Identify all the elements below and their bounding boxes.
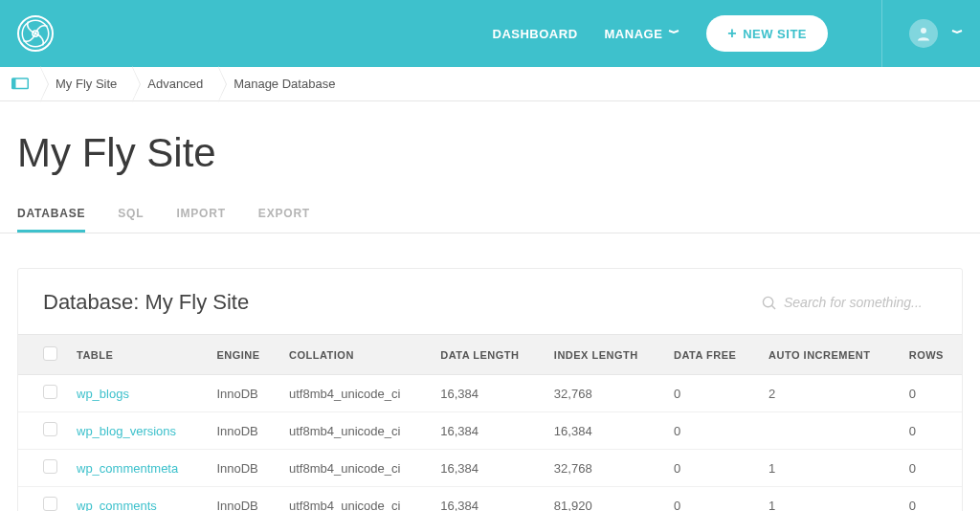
page-title: My Fly Site [0,101,980,199]
top-header: DASHBOARD MANAGE + NEW SITE [0,0,980,67]
nav-dashboard[interactable]: DASHBOARD [493,27,578,41]
cell-collation: utf8mb4_unicode_ci [279,412,431,450]
search-input[interactable] [784,295,937,310]
cell-engine: InnoDB [207,450,279,487]
cell-data-length: 16,384 [431,412,545,450]
tables-table: TABLE ENGINE COLLATION DATA LENGTH INDEX… [18,334,962,511]
cell-index-length: 32,768 [545,375,664,412]
cell-data-length: 16,384 [431,450,545,487]
cell-index-length: 16,384 [545,412,664,450]
cell-engine: InnoDB [207,487,279,512]
table-name-link[interactable]: wp_commentmeta [77,461,178,476]
svg-point-2 [921,28,926,33]
col-rows[interactable]: ROWS [900,335,962,375]
svg-rect-4 [12,78,16,89]
chevron-down-icon [668,30,679,37]
tab-export[interactable]: EXPORT [258,199,310,233]
svg-line-6 [771,305,775,309]
cell-rows: 0 [900,487,962,512]
cell-collation: utf8mb4_unicode_ci [279,450,431,487]
row-checkbox[interactable] [43,497,57,511]
svg-point-5 [763,297,772,306]
cell-engine: InnoDB [207,375,279,412]
cell-data-length: 16,384 [431,487,545,512]
cell-rows: 0 [900,450,962,487]
tabs: DATABASE SQL IMPORT EXPORT [0,199,980,233]
breadcrumb: My Fly Site Advanced Manage Database [0,67,980,101]
cell-auto-increment: 2 [759,375,900,412]
cell-data-free: 0 [664,375,759,412]
breadcrumb-home[interactable] [0,67,40,101]
search-icon [762,296,776,310]
select-all-checkbox[interactable] [43,346,57,361]
new-site-label: NEW SITE [743,27,807,41]
cell-auto-increment [759,412,900,450]
cell-rows: 0 [900,375,962,412]
table-row: wp_blogsInnoDButf8mb4_unicode_ci16,38432… [18,375,962,412]
cell-index-length: 32,768 [545,450,664,487]
row-checkbox[interactable] [43,459,57,474]
table-name-link[interactable]: wp_comments [77,499,157,512]
table-name-link[interactable]: wp_blogs [77,387,129,401]
col-data-length[interactable]: DATA LENGTH [431,335,545,375]
cell-auto-increment: 1 [759,450,900,487]
col-index-length[interactable]: INDEX LENGTH [545,335,664,375]
table-name-link[interactable]: wp_blog_versions [77,424,176,438]
col-collation[interactable]: COLLATION [279,335,431,375]
cell-engine: InnoDB [207,412,279,450]
plus-icon: + [727,25,737,42]
database-panel: Database: My Fly Site TABLE ENGINE COLLA… [17,268,963,511]
tab-database[interactable]: DATABASE [17,199,85,233]
cell-data-length: 16,384 [431,375,545,412]
col-engine[interactable]: ENGINE [207,335,279,375]
chevron-down-icon [951,30,963,37]
table-row: wp_commentsInnoDButf8mb4_unicode_ci16,38… [18,487,962,512]
nav-manage-label: MANAGE [605,27,663,41]
breadcrumb-item[interactable]: My Fly Site [40,67,132,101]
panel-title: Database: My Fly Site [43,290,249,315]
row-checkbox[interactable] [43,385,57,399]
cell-rows: 0 [900,412,962,450]
table-row: wp_commentmetaInnoDButf8mb4_unicode_ci16… [18,450,962,487]
col-table[interactable]: TABLE [67,335,207,375]
tab-sql[interactable]: SQL [118,199,144,233]
new-site-button[interactable]: + NEW SITE [706,15,828,52]
nav-manage[interactable]: MANAGE [605,27,680,41]
breadcrumb-item[interactable]: Advanced [132,67,218,101]
cell-index-length: 81,920 [545,487,664,512]
table-row: wp_blog_versionsInnoDButf8mb4_unicode_ci… [18,412,962,450]
avatar [909,19,938,48]
breadcrumb-item[interactable]: Manage Database [218,67,350,101]
cell-collation: utf8mb4_unicode_ci [279,487,431,512]
tab-import[interactable]: IMPORT [176,199,225,233]
col-data-free[interactable]: DATA FREE [664,335,759,375]
cell-data-free: 0 [664,412,759,450]
user-icon [915,25,932,42]
col-auto-increment[interactable]: AUTO INCREMENT [759,335,900,375]
cell-auto-increment: 1 [759,487,900,512]
cell-data-free: 0 [664,487,759,512]
cell-data-free: 0 [664,450,759,487]
cell-collation: utf8mb4_unicode_ci [279,375,431,412]
logo[interactable] [17,15,54,52]
row-checkbox[interactable] [43,422,57,436]
screen-icon [11,78,29,91]
fan-icon [21,19,50,48]
user-menu[interactable] [881,0,963,67]
